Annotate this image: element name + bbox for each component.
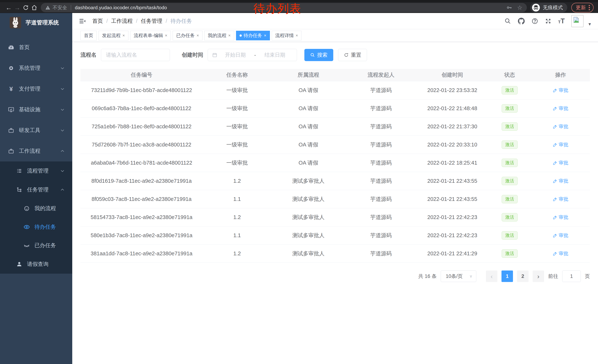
- goto-label: 前往: [548, 273, 558, 280]
- cell-task-id: a6aba0a4-7b6d-11ec-b781-acde48001122: [80, 154, 203, 172]
- chevron-up-icon: [60, 187, 65, 192]
- approve-link[interactable]: 审批: [553, 160, 568, 166]
- approve-link[interactable]: 审批: [553, 87, 568, 94]
- todo-list-annotation: 待办列表: [253, 1, 302, 16]
- sidebar-item-label: 工作流程: [19, 147, 40, 155]
- close-icon[interactable]: ×: [197, 33, 199, 38]
- cell-process: 测试多审批人: [271, 208, 345, 226]
- sidebar-item-task-mgmt[interactable]: 任务管理: [0, 180, 72, 199]
- process-name-input[interactable]: 请输入流程名: [101, 49, 170, 61]
- cell-task-name: 一级审批: [203, 81, 271, 99]
- tag-done-tasks[interactable]: 已办任务×: [173, 31, 202, 40]
- sidebar-item-label: 我的流程: [34, 205, 56, 212]
- cell-created: 2022-01-21 22:43:55: [417, 190, 488, 208]
- close-icon[interactable]: ×: [296, 33, 298, 38]
- sidebar-item-devtools[interactable]: 研发工具: [0, 120, 72, 141]
- breadcrumb-home[interactable]: 首页: [92, 17, 103, 25]
- browser-forward-button[interactable]: →: [13, 3, 22, 12]
- edit-pencil-icon: [553, 197, 557, 202]
- avatar-caret-icon[interactable]: ▼: [588, 22, 592, 27]
- help-icon[interactable]: [532, 18, 538, 24]
- approve-link[interactable]: 审批: [553, 196, 568, 202]
- sidebar-item-leave-query[interactable]: 请假查询: [0, 255, 72, 274]
- sidebar-item-todo-tasks[interactable]: 待办任务: [0, 218, 72, 236]
- github-icon[interactable]: [518, 18, 525, 25]
- cell-starter: 芋道源码: [345, 99, 417, 117]
- cell-task-id: 58154733-7ac8-11ec-a9e2-a2380e71991a: [80, 208, 203, 226]
- approve-link[interactable]: 审批: [553, 250, 568, 257]
- bookmark-star-icon[interactable]: ☆: [517, 4, 523, 11]
- incognito-icon: [532, 3, 540, 12]
- cell-created: 2022-01-21 22:42:23: [417, 226, 488, 244]
- goto-page-input[interactable]: 1: [562, 270, 581, 282]
- edit-pencil-icon: [553, 143, 557, 147]
- cell-created: 2022-01-21 22:42:23: [417, 208, 488, 226]
- sidebar-item-system[interactable]: 系统管理: [0, 58, 72, 79]
- cell-starter: 芋道源码: [345, 190, 417, 208]
- header-search-icon[interactable]: [505, 18, 511, 24]
- sidebar-item-done-tasks[interactable]: 已办任务: [0, 236, 72, 255]
- cell-created: 2022-01-22 18:25:41: [417, 154, 488, 172]
- approve-link[interactable]: 审批: [553, 232, 568, 239]
- cell-process: OA 请假: [271, 118, 345, 136]
- sidebar-toggle-button[interactable]: [79, 17, 86, 25]
- app-logo: [10, 17, 21, 28]
- tag-my-process[interactable]: 我的流程×: [204, 31, 234, 40]
- close-icon[interactable]: ×: [165, 33, 167, 38]
- sidebar-item-infra[interactable]: 基础设施: [0, 99, 72, 120]
- cell-created: 2022-01-22 20:33:10: [417, 136, 488, 154]
- table-header-row: 任务编号 任务名称 所属流程 流程发起人 创建时间 状态 操作: [80, 69, 590, 81]
- edit-pencil-icon: [553, 215, 557, 219]
- sidebar-item-workflow[interactable]: 工作流程: [0, 141, 72, 162]
- search-button[interactable]: 搜索: [304, 49, 333, 61]
- page-button-1[interactable]: 1: [501, 270, 513, 282]
- active-dot: [240, 34, 242, 37]
- fullscreen-icon[interactable]: [545, 18, 551, 24]
- tag-form-edit[interactable]: 流程表单-编辑×: [130, 31, 171, 40]
- breadcrumb-current: 待办任务: [170, 17, 192, 25]
- sidebar-item-process-mgmt[interactable]: 流程管理: [0, 162, 72, 180]
- edit-pencil-icon: [553, 106, 557, 111]
- font-size-icon[interactable]: TT: [558, 17, 565, 25]
- page-button-2[interactable]: 2: [517, 270, 529, 282]
- browser-home-button[interactable]: [30, 3, 39, 12]
- browser-update-button[interactable]: 更新: [571, 3, 594, 12]
- broken-image-icon: [573, 16, 580, 24]
- logo-row[interactable]: 芋道管理系统: [0, 13, 72, 32]
- cell-process: 测试多审批人: [271, 190, 345, 208]
- edit-pencil-icon: [553, 251, 557, 256]
- tag-todo-tasks[interactable]: 待办任务×: [236, 31, 270, 40]
- approve-link[interactable]: 审批: [553, 105, 568, 112]
- close-icon[interactable]: ×: [228, 33, 231, 38]
- omnibox-divider: [71, 5, 71, 10]
- col-created: 创建时间: [417, 69, 488, 81]
- tag-home[interactable]: 首页: [80, 31, 97, 40]
- approve-link[interactable]: 审批: [553, 214, 568, 220]
- tag-process-detail[interactable]: 流程详情×: [272, 31, 302, 40]
- browser-back-button[interactable]: ←: [4, 3, 13, 12]
- prev-page-button[interactable]: ‹: [486, 270, 498, 282]
- cell-task-name: 一级审批: [203, 99, 271, 117]
- approve-link[interactable]: 审批: [553, 178, 568, 184]
- approve-link[interactable]: 审批: [553, 123, 568, 130]
- cell-created: 2022-01-22 21:37:30: [417, 118, 488, 136]
- next-page-button[interactable]: ›: [533, 270, 544, 282]
- browser-menu-icon[interactable]: [589, 5, 590, 10]
- close-icon[interactable]: ×: [123, 33, 125, 38]
- sidebar-item-payment[interactable]: ¥ 支付管理: [0, 79, 72, 99]
- page-size-select[interactable]: 10条/页 ∨: [441, 270, 476, 282]
- sidebar-item-my-process[interactable]: 我的流程: [0, 199, 72, 218]
- breadcrumb-task-mgmt[interactable]: 任务管理: [141, 17, 162, 25]
- password-key-icon[interactable]: [506, 5, 512, 11]
- approve-link[interactable]: 审批: [553, 141, 568, 148]
- sidebar-item-home[interactable]: 首页: [0, 37, 72, 58]
- date-range-input[interactable]: 开始日期 - 结束日期: [208, 49, 297, 61]
- avatar[interactable]: [571, 15, 583, 27]
- close-icon[interactable]: ×: [264, 33, 266, 38]
- dashboard-icon: [8, 44, 15, 51]
- sidebar-item-label: 流程管理: [27, 167, 49, 175]
- reset-button[interactable]: 重置: [338, 49, 367, 61]
- browser-reload-button[interactable]: [22, 3, 30, 12]
- breadcrumb-workflow[interactable]: 工作流程: [111, 17, 133, 25]
- tag-start-process[interactable]: 发起流程×: [99, 31, 128, 40]
